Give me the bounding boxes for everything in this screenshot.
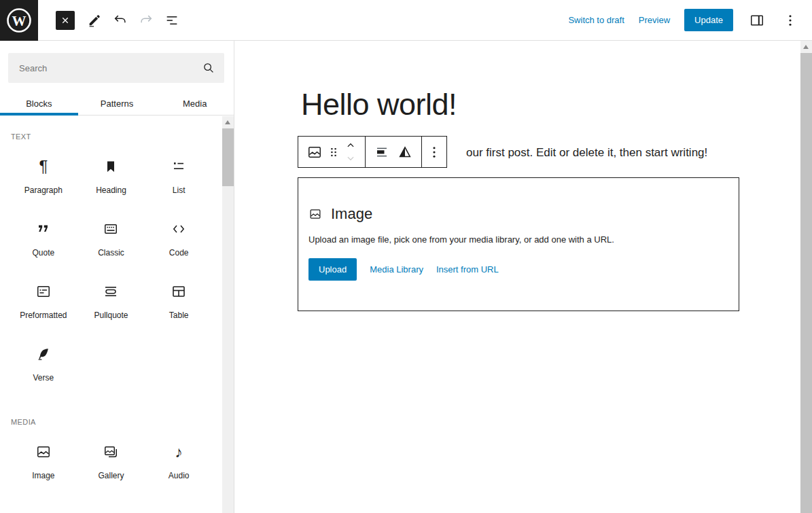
block-item-label: Classic	[98, 248, 124, 258]
align-button[interactable]	[370, 139, 393, 166]
drag-handle-icon	[325, 144, 342, 160]
media-library-button[interactable]: Media Library	[370, 264, 423, 275]
vertical-ellipsis-icon	[782, 12, 798, 29]
block-section-media: MEDIAImageGallery♪Audio	[10, 418, 213, 480]
vertical-ellipsis-icon	[426, 144, 442, 160]
block-item-label: Preformatted	[20, 311, 67, 320]
block-item-label: Table	[169, 311, 189, 320]
block-item-heading[interactable]: Heading	[77, 157, 145, 195]
align-icon	[374, 144, 390, 160]
block-section-text: TEXT¶ParagraphHeadingListQuoteClassicCod…	[10, 132, 213, 383]
duotone-filter-button[interactable]	[393, 139, 417, 166]
image-block-type-button[interactable]	[303, 139, 326, 166]
audio-note-icon: ♪	[175, 442, 183, 461]
block-toolbar-group-format	[365, 137, 421, 167]
move-up-button[interactable]	[341, 139, 360, 152]
block-item-label: Code	[169, 248, 189, 258]
insert-from-url-button[interactable]: Insert from URL	[436, 264, 499, 275]
settings-sidebar-button[interactable]	[747, 11, 766, 30]
block-item-label: Pullquote	[94, 311, 128, 320]
block-item-code[interactable]: Code	[145, 219, 213, 258]
block-item-gallery[interactable]: Gallery	[77, 442, 145, 480]
close-icon	[59, 14, 71, 26]
block-item-label: Heading	[96, 185, 126, 195]
pullquote-icon	[103, 282, 119, 301]
sidebar-scrollbar-thumb[interactable]	[222, 128, 234, 186]
svg-text:W: W	[12, 12, 27, 29]
switch-to-draft-link[interactable]: Switch to draft	[568, 15, 624, 25]
move-down-button[interactable]	[341, 152, 360, 165]
wordpress-logo[interactable]: W	[0, 0, 38, 41]
top-bar: W Switch to draft Preview Update	[0, 0, 812, 41]
search-input[interactable]	[8, 63, 224, 73]
block-item-quote[interactable]: Quote	[10, 219, 77, 258]
pencil-icon	[87, 13, 102, 28]
paragraph-block-text[interactable]: our first post. Edit or delete it, then …	[466, 145, 707, 160]
tools-button[interactable]	[86, 12, 103, 29]
image-block-actions: Upload Media Library Insert from URL	[308, 258, 739, 281]
heading-bookmark-icon	[103, 157, 119, 176]
redo-button[interactable]	[137, 12, 155, 29]
block-inserter-panel: BlocksPatternsMedia TEXT¶ParagraphHeadin…	[0, 41, 234, 513]
image-block-placeholder[interactable]: Image Upload an image file, pick one fro…	[298, 177, 739, 311]
image-block-header: Image	[308, 205, 739, 223]
section-title: MEDIA	[11, 418, 213, 426]
undo-arrow-icon	[113, 13, 128, 28]
image-block-icon	[306, 144, 323, 160]
scroll-up-arrow-icon[interactable]	[803, 45, 809, 49]
topbar-actions: Switch to draft Preview Update	[568, 9, 812, 31]
update-button[interactable]: Update	[684, 9, 733, 31]
block-item-verse[interactable]: Verse	[10, 344, 77, 383]
block-item-label: Paragraph	[24, 185, 63, 195]
tab-media[interactable]: Media	[156, 92, 234, 115]
duotone-filter-icon	[397, 144, 413, 160]
block-toolbar	[298, 136, 447, 168]
list-view-button[interactable]	[163, 12, 181, 29]
block-item-audio[interactable]: ♪Audio	[145, 442, 213, 480]
tab-patterns[interactable]: Patterns	[78, 92, 156, 115]
toggle-block-inserter-button[interactable]	[56, 11, 75, 30]
section-title: TEXT	[11, 132, 213, 141]
upload-button[interactable]: Upload	[308, 258, 357, 281]
post-title[interactable]: Hello world!	[301, 87, 457, 122]
verse-feather-icon	[35, 344, 52, 364]
preformatted-icon	[35, 282, 52, 301]
editor-canvas[interactable]: Hello world! our first post. Edit or del…	[234, 41, 800, 513]
block-toolbar-group-options	[421, 137, 446, 167]
block-item-label: Image	[32, 471, 54, 480]
chevron-up-icon	[345, 139, 357, 152]
block-item-preformatted[interactable]: Preformatted	[10, 282, 77, 320]
scroll-up-arrow-icon[interactable]	[225, 120, 230, 124]
image-icon	[35, 442, 52, 461]
tab-blocks[interactable]: Blocks	[0, 92, 78, 115]
block-item-label: Quote	[32, 248, 54, 258]
classic-keyboard-icon	[103, 219, 119, 238]
page-scrollbar-thumb[interactable]	[800, 53, 812, 513]
post-content: Hello world! our first post. Edit or del…	[298, 41, 741, 513]
page-scrollbar[interactable]	[800, 41, 812, 513]
block-item-table[interactable]: Table	[145, 282, 213, 320]
list-view-icon	[164, 13, 179, 28]
redo-arrow-icon	[139, 13, 154, 28]
undo-button[interactable]	[111, 12, 129, 29]
list-icon	[171, 157, 187, 176]
block-grid: ¶ParagraphHeadingListQuoteClassicCodePre…	[10, 157, 213, 383]
code-icon	[171, 219, 187, 238]
sidebar-scrollbar[interactable]	[222, 116, 234, 513]
block-item-list[interactable]: List	[145, 157, 213, 195]
block-options-button[interactable]	[427, 139, 442, 166]
block-grid: ImageGallery♪Audio	[10, 442, 213, 480]
wordpress-logo-icon: W	[0, 0, 38, 41]
options-menu-button[interactable]	[781, 11, 800, 30]
block-item-pullquote[interactable]: Pullquote	[77, 282, 145, 320]
search-box[interactable]	[8, 53, 224, 83]
preview-link[interactable]: Preview	[639, 15, 670, 25]
block-item-image[interactable]: Image	[10, 442, 77, 480]
sidebar-panel-icon	[749, 12, 765, 29]
block-item-label: Verse	[33, 373, 54, 383]
drag-handle[interactable]	[326, 139, 341, 166]
block-item-paragraph[interactable]: ¶Paragraph	[10, 157, 77, 195]
quote-icon	[35, 219, 52, 238]
block-item-classic[interactable]: Classic	[77, 219, 145, 258]
chevron-down-icon	[345, 152, 357, 164]
